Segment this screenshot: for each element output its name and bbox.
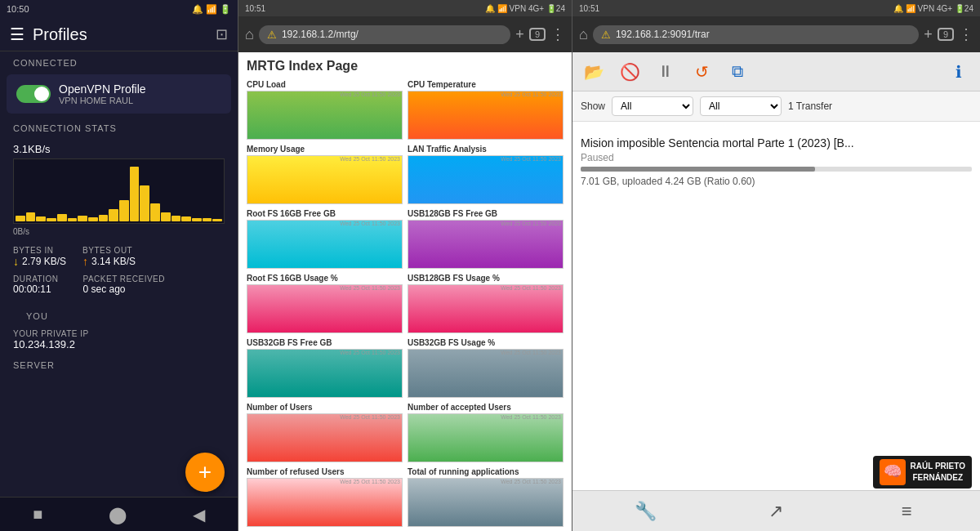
chart-image: Wed 25 Oct 11:50 2023 [408,413,564,462]
mrtg-page-title: MRTG Index Page [247,59,564,74]
mrtg-chart-block[interactable]: Total of running applicationsWed 25 Oct … [408,467,564,527]
mrtg-urlbar: ⌂ ⚠ 192.168.1.2/mrtg/ + 9 ⋮ [238,16,572,52]
mrtg-chart-block[interactable]: USB32GB FS Free GBWed 25 Oct 11:50 2023 [247,338,403,398]
torrent-url-field[interactable]: ⚠ 192.168.1.2:9091/trar [593,25,919,44]
chart-timestamp: Wed 25 Oct 11:50 2023 [340,221,400,226]
watermark-line2: FERNÁNDEZ [911,472,965,484]
share-button[interactable]: ↗ [758,493,794,529]
info-button[interactable]: ℹ [944,57,973,87]
chart-timestamp: Wed 25 Oct 11:50 2023 [340,285,400,291]
download-arrow-icon: ↓ [13,255,19,268]
chart-title: CPU Load [247,80,403,89]
open-torrent-button[interactable]: 📂 [579,57,608,87]
bytes-in-label: BYTES IN [13,246,66,255]
home-icon[interactable]: ⌂ [245,26,254,43]
watermark-text: RAÚL PRIETO FERNÁNDEZ [911,461,965,484]
chart-title: LAN Traffic Analysis [408,145,564,154]
chart-bar [68,218,78,221]
chart-image: Wed 25 Oct 11:50 2023 [247,220,403,269]
sort-filter-select[interactable]: All [700,96,782,116]
new-tab-icon[interactable]: + [515,26,524,43]
chart-bar [212,219,222,221]
chart-image: Wed 25 Oct 11:50 2023 [408,284,564,333]
chart-bar [47,218,56,221]
split-view-button[interactable]: ⧉ [723,57,752,87]
torrent-item[interactable]: Mision imposible Sentencia mortal Parte … [581,130,972,194]
duration-stat: DURATION 00:00:11 [13,274,58,295]
tab-count-badge[interactable]: 9 [529,28,546,41]
vpn-title: Profiles [33,25,87,44]
torrent-tab-count[interactable]: 9 [938,28,954,41]
warning-icon: ⚠ [267,29,277,41]
duration-value: 00:00:11 [13,283,58,295]
chart-title: USB128GB FS Free GB [408,209,564,218]
mrtg-chart-block[interactable]: Number of UsersWed 25 Oct 11:50 2023 [247,403,403,462]
mrtg-chart-block[interactable]: USB32GB FS Usage %Wed 25 Oct 11:50 2023 [408,338,564,398]
mrtg-chart-block[interactable]: USB128GB FS Usage %Wed 25 Oct 11:50 2023 [408,274,564,333]
vpn-profile-row[interactable]: OpenVPN Profile VPN HOME RAUL [7,74,231,114]
torrent-new-tab-icon[interactable]: + [924,26,933,43]
torrent-progress-bar-fill [581,167,815,172]
mrtg-content: MRTG Index Page CPU LoadWed 25 Oct 11:50… [238,52,572,531]
stop-nav-icon[interactable]: ■ [33,505,42,524]
bytes-out-stat: BYTES OUT ↑ 3.14 KB/S [82,246,136,268]
chart-title: USB32GB FS Usage % [408,338,564,347]
show-label: Show [581,100,605,112]
chart-title: Total of running applications [408,467,564,476]
chart-timestamp: Wed 25 Oct 11:50 2023 [501,91,561,97]
mrtg-status-icons: 🔔 📶 VPN 4G+ 🔋24 [485,4,565,13]
chart-timestamp: Wed 25 Oct 11:50 2023 [501,414,561,420]
torrent-meta: 7.01 GB, uploaded 4.24 GB (Ratio 0.60) [581,176,972,187]
mrtg-chart-block[interactable]: Number of accepted UsersWed 25 Oct 11:50… [408,403,564,462]
add-vpn-fab[interactable]: + [185,453,225,492]
chart-timestamp: Wed 25 Oct 11:50 2023 [501,156,561,162]
chart-bar [140,185,149,221]
private-ip-label: YOUR PRIVATE IP [13,329,225,338]
chart-image: Wed 25 Oct 11:50 2023 [408,91,564,140]
watermark-line1: RAÚL PRIETO [911,461,965,472]
torrent-panel: 10:51 🔔 📶 VPN 4G+ 🔋24 ⌂ ⚠ 192.168.1.2:90… [572,0,980,531]
mrtg-chart-block[interactable]: Number of refused UsersWed 25 Oct 11:50 … [247,467,403,527]
torrent-home-icon[interactable]: ⌂ [579,26,588,43]
cancel-torrent-button[interactable]: 🚫 [615,57,644,87]
torrent-status: Paused [581,152,972,163]
mrtg-chart-block[interactable]: USB128GB FS Free GBWed 25 Oct 11:50 2023 [408,209,564,269]
mrtg-chart-block[interactable]: Root FS 16GB Free GBWed 25 Oct 11:50 202… [247,209,403,269]
wrench-button[interactable]: 🔧 [628,493,664,529]
torrent-bottom-nav: 🔧 ↗ ≡ [572,490,980,531]
mrtg-chart-block[interactable]: Root FS 16GB Usage %Wed 25 Oct 11:50 202… [247,274,403,333]
stats-label: CONNECTION STATS [0,117,238,136]
mrtg-chart-block[interactable]: Memory UsageWed 25 Oct 11:50 2023 [247,145,403,204]
torrent-progress-bar-bg [581,167,972,172]
torrent-warning-icon: ⚠ [601,29,611,41]
chart-bar [99,215,109,221]
mrtg-chart-block[interactable]: CPU TemperatureWed 25 Oct 11:50 2023 [408,80,564,140]
url-field[interactable]: ⚠ 192.168.1.2/mrtg/ [259,25,510,44]
resume-torrent-button[interactable]: ↺ [687,57,716,87]
mrtg-panel: 10:51 🔔 📶 VPN 4G+ 🔋24 ⌂ ⚠ 192.168.1.2/mr… [238,0,572,531]
torrent-filters: Show All All 1 Transfer [572,91,980,122]
torrent-title: Mision imposible Sentencia mortal Parte … [581,136,972,149]
vpn-time: 10:50 [7,4,29,14]
menu-button[interactable]: ≡ [889,493,924,529]
bytes-in-stat: BYTES IN ↓ 2.79 KB/S [13,246,66,268]
vpn-toggle[interactable] [16,85,51,103]
pause-torrent-button[interactable]: ⏸ [651,57,680,87]
chart-bar [109,209,118,221]
more-options-icon[interactable]: ⋮ [550,25,565,43]
chart-bar [78,216,87,221]
show-filter-select[interactable]: All [612,96,693,116]
chart-bars [14,159,224,223]
upload-arrow-icon: ↑ [82,255,88,268]
vpn-add-profile-icon[interactable]: ⊡ [216,25,228,43]
mrtg-chart-block[interactable]: CPU LoadWed 25 Oct 11:50 2023 [247,80,403,140]
home-nav-icon[interactable]: ⬤ [109,505,127,524]
torrent-more-icon[interactable]: ⋮ [959,25,973,43]
chart-bar [88,217,98,221]
chart-image: Wed 25 Oct 11:50 2023 [247,478,403,527]
back-nav-icon[interactable]: ◀ [193,505,205,524]
hamburger-icon[interactable]: ☰ [10,25,24,44]
watermark: 🧠 RAÚL PRIETO FERNÁNDEZ [873,456,972,489]
mrtg-chart-block[interactable]: LAN Traffic AnalysisWed 25 Oct 11:50 202… [408,145,564,204]
server-label: SERVER [0,354,238,373]
